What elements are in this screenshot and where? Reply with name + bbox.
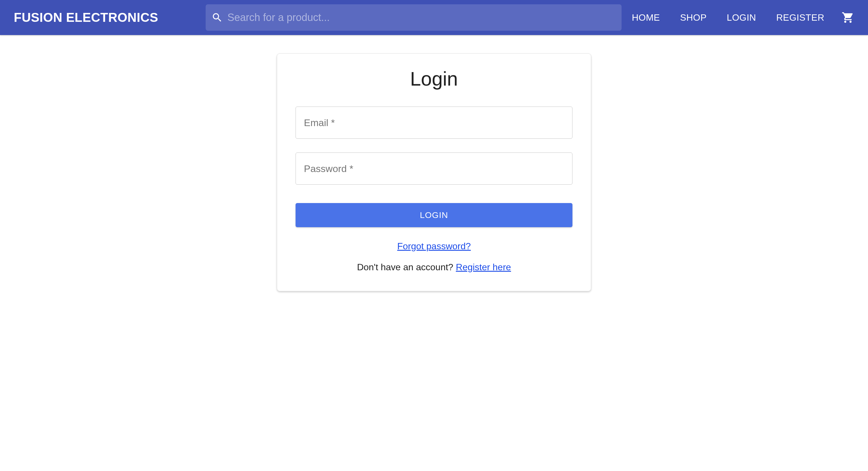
password-field[interactable] bbox=[296, 153, 572, 185]
main-nav: HOME SHOP LOGIN REGISTER bbox=[632, 11, 854, 24]
login-title: Login bbox=[296, 67, 572, 90]
nav-shop[interactable]: SHOP bbox=[680, 12, 707, 23]
main-content: Login LOGIN Forgot password? Don't have … bbox=[0, 35, 868, 291]
login-card: Login LOGIN Forgot password? Don't have … bbox=[277, 54, 591, 291]
nav-register[interactable]: REGISTER bbox=[776, 12, 824, 23]
forgot-password-link[interactable]: Forgot password? bbox=[296, 241, 572, 252]
nav-home[interactable]: HOME bbox=[632, 12, 660, 23]
search-container[interactable] bbox=[206, 4, 622, 31]
brand-name[interactable]: FUSION ELECTRONICS bbox=[14, 10, 158, 25]
register-here-link[interactable]: Register here bbox=[456, 262, 511, 272]
search-input[interactable] bbox=[227, 11, 616, 24]
nav-login[interactable]: LOGIN bbox=[727, 12, 756, 23]
login-button[interactable]: LOGIN bbox=[296, 203, 572, 227]
email-field[interactable] bbox=[296, 106, 572, 139]
search-icon bbox=[211, 12, 223, 23]
cart-icon[interactable] bbox=[842, 11, 854, 24]
app-header: FUSION ELECTRONICS HOME SHOP LOGIN REGIS… bbox=[0, 0, 868, 35]
register-prompt: Don't have an account? Register here bbox=[296, 262, 572, 273]
no-account-text: Don't have an account? bbox=[357, 262, 456, 272]
